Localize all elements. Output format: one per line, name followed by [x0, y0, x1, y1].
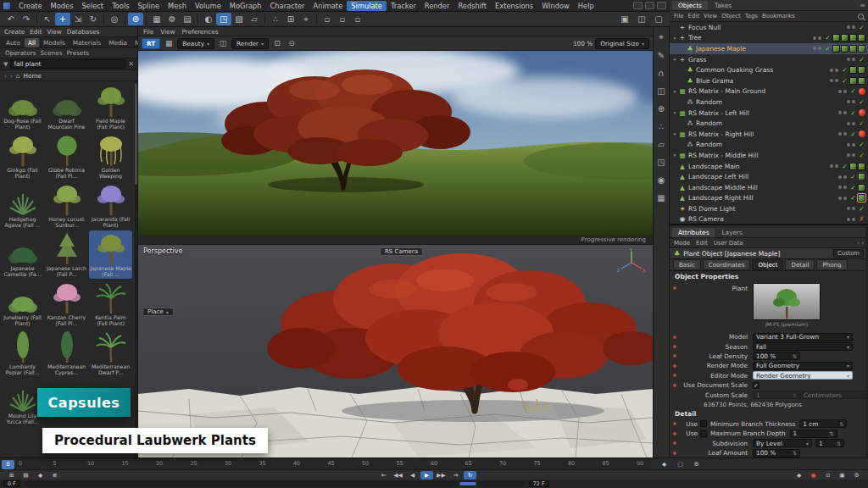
anim-dot[interactable]: [673, 374, 676, 377]
asset-tab-auto[interactable]: Auto: [3, 38, 24, 47]
expand-icon[interactable]: ▾: [671, 57, 678, 62]
redo-icon[interactable]: ↷: [19, 13, 34, 25]
material-tag[interactable]: [849, 34, 857, 42]
display-tool-icon[interactable]: ▦: [655, 191, 668, 203]
material-tag[interactable]: [858, 34, 865, 42]
camera-label[interactable]: RS Camera: [380, 247, 423, 256]
editor-visibility-dot[interactable]: [847, 100, 850, 103]
new-window-icon[interactable]: [657, 2, 666, 9]
objects-menu-view[interactable]: View: [704, 13, 717, 19]
filter-icon[interactable]: ▼: [3, 61, 8, 68]
menu-animate[interactable]: Animate: [309, 1, 347, 11]
asset-subtab-scenes[interactable]: Scenes: [40, 49, 62, 57]
range-start-field[interactable]: 0 F: [3, 480, 20, 487]
render-view-icon[interactable]: ▦: [149, 13, 164, 25]
material-tag[interactable]: [849, 163, 857, 170]
range-track[interactable]: [25, 481, 525, 486]
attributes-menu-user-data[interactable]: User Data: [714, 240, 743, 247]
asset-mediterranean-cypres[interactable]: Mediterranean Cypres...: [45, 329, 88, 377]
expand-icon[interactable]: ▾: [671, 110, 678, 115]
back-icon[interactable]: ‹: [4, 72, 7, 80]
maximum-branch-depth-field[interactable]: 1⇅: [790, 430, 837, 438]
object-row-blue-grama[interactable]: ♣Blue Grama✓: [670, 75, 868, 86]
leaf-amount-field[interactable]: 100 %⇅: [753, 449, 800, 458]
render-visibility-dot[interactable]: [852, 122, 855, 125]
layout-3-icon[interactable]: ▢: [651, 13, 666, 25]
anim-dot[interactable]: [673, 345, 676, 348]
pick-color-icon[interactable]: ⊙: [286, 39, 298, 47]
objects-menu-object[interactable]: Object: [721, 13, 740, 19]
editor-visibility-dot[interactable]: [838, 197, 842, 200]
timeline-ruler[interactable]: 0 051015202530354045505560657075808590: [0, 458, 651, 469]
render-settings-icon[interactable]: ⚙: [164, 13, 180, 25]
asset-scrollbar[interactable]: [135, 81, 137, 458]
asset-dwarf-mountain-pine-f[interactable]: Dwarf Mountain Pine (F...: [45, 83, 88, 131]
minimum-branch-thickness-checkbox[interactable]: [700, 420, 707, 427]
anim-dot[interactable]: [673, 441, 676, 445]
render-visibility-dot[interactable]: [843, 132, 847, 136]
workplane-icon[interactable]: ▱: [247, 13, 262, 25]
enabled-check-icon[interactable]: ✓: [849, 194, 857, 202]
marker-icon[interactable]: ▢: [674, 460, 687, 469]
custom-dropdown[interactable]: Custom: [833, 249, 864, 258]
asset-tab-all[interactable]: All: [25, 38, 39, 47]
editor-visibility-dot[interactable]: [838, 90, 842, 93]
material-tag[interactable]: [858, 194, 865, 202]
render-visibility-dot[interactable]: [818, 36, 821, 40]
section-tab-basic[interactable]: Basic: [673, 259, 701, 270]
material-tag[interactable]: [858, 163, 865, 170]
timeline-settings-button[interactable]: ⚙: [850, 471, 863, 480]
material-tag[interactable]: [858, 173, 865, 180]
editor-visibility-dot[interactable]: [838, 186, 842, 189]
section-tab-coordinates[interactable]: Coordinates: [703, 259, 751, 270]
menu-volume[interactable]: Volume: [191, 1, 225, 11]
keyframe-selection-button[interactable]: ▣: [836, 471, 849, 480]
render-visibility-dot[interactable]: [852, 100, 855, 103]
enabled-check-icon[interactable]: ✓: [849, 87, 857, 95]
asset-juneberry-fall-plant[interactable]: Juneberry (Fall Plant): [1, 280, 44, 328]
render-visibility-dot[interactable]: [835, 164, 838, 168]
object-row-landscape-left-hill[interactable]: ▲Landscape Left Hill✓: [670, 171, 868, 182]
editor-visibility-dot[interactable]: [847, 143, 850, 147]
object-row-random[interactable]: ⁂Random✓: [670, 140, 868, 151]
home-icon[interactable]: ⌂: [16, 72, 20, 80]
enabled-check-icon[interactable]: ✓: [824, 45, 832, 53]
object-row-landscape-main[interactable]: ▲Landscape Main✓: [670, 161, 868, 172]
asset-japanese-larch-fall-p[interactable]: Japanese Larch (Fall P...: [45, 230, 88, 279]
object-row-landscape-middle-hill[interactable]: ▲Landscape Middle Hill✓: [670, 182, 868, 193]
loop-button[interactable]: ↻: [464, 471, 476, 480]
object-row-landscape-right-hill[interactable]: ▲Landscape Right Hill✓: [670, 193, 868, 204]
render-visibility-dot[interactable]: [843, 111, 847, 114]
range-end-field[interactable]: 72 F: [529, 480, 549, 487]
menu-simulate[interactable]: Simulate: [347, 1, 387, 11]
rt-toggle-button[interactable]: RT: [142, 38, 160, 49]
coords-icon[interactable]: ⊕: [128, 13, 143, 25]
enabled-check-icon[interactable]: ✓: [858, 152, 865, 159]
forward-icon[interactable]: ›: [10, 72, 13, 80]
editor-visibility-dot[interactable]: [830, 79, 833, 82]
object-row-tree[interactable]: ▾+Tree✓: [670, 33, 868, 44]
asset-dog-rose-fall-plant[interactable]: Dog-Rose (Fall Plant): [1, 83, 44, 131]
magnet-tool-icon[interactable]: ∩: [655, 67, 668, 79]
use-document-scale-checkbox[interactable]: ✓: [753, 382, 760, 389]
asset-lombardy-poplar-fall[interactable]: Lombardy Poplar (Fall...: [1, 329, 44, 377]
material-tag[interactable]: [832, 45, 840, 53]
object-row-random[interactable]: ⁂Random✓: [670, 97, 868, 108]
asset-golden-weeping-willo[interactable]: Golden Weeping Willo...: [89, 132, 132, 180]
asset-japanese-maple-fall[interactable]: Japanese Maple (Fall ...: [89, 230, 132, 279]
editor-visibility-dot[interactable]: [847, 25, 850, 29]
asset-honey-locust-sunbur[interactable]: Honey Locust 'Sunbur...: [45, 181, 88, 230]
viewport-label[interactable]: Perspective: [143, 247, 182, 255]
perspective-viewport[interactable]: Perspective RS Camera Place▾ Y X Z: [138, 245, 653, 458]
render-mode-dropdown[interactable]: Full Geometry▾: [753, 362, 853, 370]
previous-key-button[interactable]: ◀◀: [392, 471, 404, 480]
object-row-rs-dome-light[interactable]: ☀RS Dome Light✓: [670, 203, 868, 214]
render-view-menu-file[interactable]: File: [143, 28, 153, 36]
play-button[interactable]: ▶: [420, 471, 433, 480]
expand-icon[interactable]: ▾: [671, 89, 678, 94]
objects-menu-file[interactable]: File: [674, 13, 684, 19]
restore-window-icon[interactable]: [645, 2, 654, 9]
plant-thumbnail[interactable]: [753, 283, 821, 320]
menu-render[interactable]: Render: [420, 1, 454, 11]
render-visibility-dot[interactable]: [843, 197, 847, 200]
